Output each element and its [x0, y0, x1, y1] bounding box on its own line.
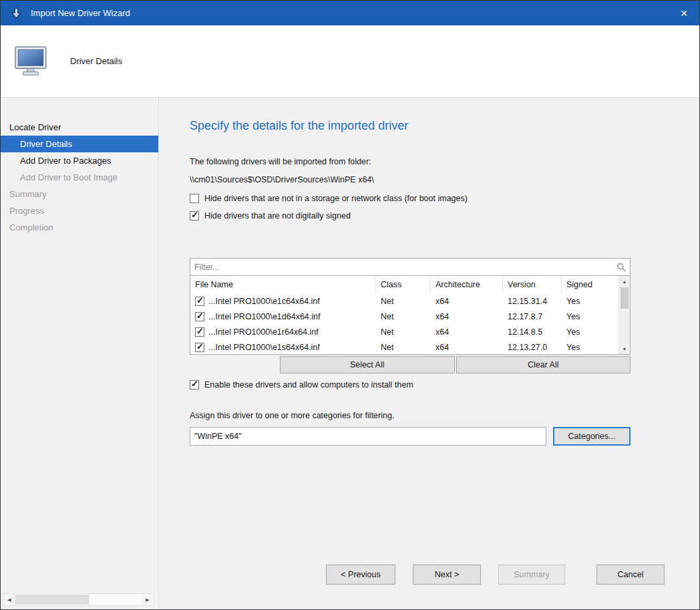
driver-file-name: ...Intel PRO1000\e1r64x64.inf	[208, 327, 319, 337]
wizard-arrow-icon	[9, 6, 23, 21]
filter-box	[190, 258, 631, 276]
close-icon[interactable]: ×	[669, 1, 699, 25]
wizard-steps-sidebar: Locate DriverDriver DetailsAdd Driver to…	[1, 98, 159, 609]
cell-file: ...Intel PRO1000\e1c64x64.inf	[190, 297, 376, 306]
checkbox-label: Hide drivers that are not digitally sign…	[204, 211, 351, 220]
hide-storage-network-checkbox[interactable]	[190, 194, 199, 203]
cell-arch: x64	[431, 343, 503, 352]
table-body: ...Intel PRO1000\e1c64x64.infNetx6412.15…	[190, 293, 619, 355]
wizard-content: Specify the details for the imported dri…	[159, 98, 699, 609]
cell-arch: x64	[431, 327, 503, 337]
page-heading: Specify the details for the imported dri…	[190, 119, 631, 133]
computer-monitor-icon	[14, 43, 50, 80]
sidebar-item-driver-details[interactable]: Driver Details	[1, 136, 158, 152]
wizard-header: Driver Details	[1, 25, 699, 98]
next-button[interactable]: Next >	[413, 565, 481, 585]
scrollbar-track[interactable]	[619, 287, 630, 343]
sidebar-item-summary[interactable]: Summary	[1, 186, 158, 202]
search-icon	[612, 263, 630, 272]
scroll-left-icon[interactable]: ◀	[3, 594, 15, 605]
select-clear-row: Select All Clear All	[190, 356, 631, 373]
column-header-class[interactable]: Class	[376, 276, 431, 293]
driver-checkbox[interactable]	[195, 312, 204, 321]
driver-checkbox[interactable]	[195, 327, 204, 337]
checkbox-label: Enable these drivers and allow computers…	[204, 380, 413, 390]
sidebar-horizontal-scrollbar[interactable]: ◀ ▶	[3, 593, 154, 606]
checkbox-label: Hide drivers that are not in a storage o…	[204, 194, 468, 203]
cell-class: Net	[376, 327, 431, 337]
page-title: Driver Details	[70, 56, 122, 66]
table-header-row: File NameClassArchitectureVersionSigned	[190, 276, 619, 293]
wizard-footer: < Previous Next > Summary Cancel	[326, 565, 665, 585]
cell-sig: Yes	[562, 327, 619, 337]
scrollbar-track[interactable]	[15, 594, 142, 605]
cell-arch: x64	[431, 297, 503, 306]
hide-storage-network-checkbox-row[interactable]: Hide drivers that are not in a storage o…	[190, 194, 631, 203]
table-vertical-scrollbar[interactable]: ▲ ▼	[619, 276, 630, 354]
source-folder-path: \\cm01\Sources$\OSD\DriverSources\WinPE …	[190, 175, 631, 184]
sidebar-item-completion[interactable]: Completion	[1, 219, 158, 236]
cell-sig: Yes	[562, 343, 619, 352]
assign-categories-label: Assign this driver to one or more catego…	[190, 411, 631, 420]
driver-checkbox[interactable]	[195, 297, 204, 306]
cancel-button[interactable]: Cancel	[596, 565, 665, 585]
drivers-table: File NameClassArchitectureVersionSigned …	[190, 276, 631, 355]
select-all-button[interactable]: Select All	[280, 356, 455, 373]
scroll-down-icon[interactable]: ▼	[619, 343, 630, 354]
cell-ver: 12.14.8.5	[503, 327, 562, 337]
driver-row[interactable]: ...Intel PRO1000\e1c64x64.infNetx6412.15…	[190, 293, 619, 309]
column-header-sig[interactable]: Signed	[562, 276, 619, 293]
previous-button[interactable]: < Previous	[326, 565, 395, 585]
filter-input[interactable]	[190, 263, 612, 272]
driver-row[interactable]: ...Intel PRO1000\e1r64x64.infNetx6412.14…	[190, 324, 619, 339]
enable-drivers-checkbox-row[interactable]: Enable these drivers and allow computers…	[190, 380, 631, 390]
column-header-ver[interactable]: Version	[503, 276, 562, 293]
cell-class: Net	[376, 297, 431, 306]
cell-class: Net	[376, 312, 431, 321]
sidebar-item-progress[interactable]: Progress	[1, 202, 158, 219]
scrollbar-thumb[interactable]	[15, 595, 89, 605]
cell-file: ...Intel PRO1000\e1d64x64.inf	[190, 312, 376, 321]
cell-sig: Yes	[562, 297, 619, 306]
column-header-file[interactable]: File Name	[190, 276, 376, 293]
intro-text: The following drivers will be imported f…	[190, 157, 631, 166]
cell-arch: x64	[431, 312, 503, 321]
cell-class: Net	[376, 343, 431, 352]
cell-file: ...Intel PRO1000\e1r64x64.inf	[190, 327, 376, 337]
hide-unsigned-checkbox[interactable]	[190, 211, 199, 220]
categories-row: Categories...	[190, 427, 631, 446]
categories-button[interactable]: Categories...	[553, 427, 631, 446]
sidebar-item-add-driver-to-packages[interactable]: Add Driver to Packages	[1, 152, 158, 169]
cell-ver: 12.17.8.7	[503, 312, 562, 321]
sidebar-item-locate-driver[interactable]: Locate Driver	[1, 119, 158, 136]
cell-ver: 12.13.27.0	[503, 343, 562, 352]
driver-file-name: ...Intel PRO1000\e1s64x64.inf	[208, 343, 320, 352]
driver-row[interactable]: ...Intel PRO1000\e1d64x64.infNetx6412.17…	[190, 309, 619, 324]
window-title: Import New Driver Wizard	[31, 8, 669, 18]
driver-row[interactable]: ...Intel PRO1000\e1s64x64.infNetx6412.13…	[190, 339, 619, 355]
scrollbar-thumb[interactable]	[621, 287, 629, 309]
categories-field[interactable]	[190, 427, 546, 446]
scroll-up-icon[interactable]: ▲	[619, 276, 630, 287]
clear-all-button[interactable]: Clear All	[456, 356, 631, 373]
scroll-right-icon[interactable]: ▶	[142, 594, 154, 605]
sidebar-item-add-driver-to-boot-image[interactable]: Add Driver to Boot Image	[1, 169, 158, 186]
driver-checkbox[interactable]	[195, 343, 204, 352]
driver-file-name: ...Intel PRO1000\e1d64x64.inf	[208, 312, 320, 321]
import-new-driver-wizard-window: Import New Driver Wizard × Driver Detail…	[0, 0, 700, 610]
cell-file: ...Intel PRO1000\e1s64x64.inf	[190, 343, 376, 352]
titlebar: Import New Driver Wizard ×	[1, 1, 699, 25]
hide-unsigned-checkbox-row[interactable]: Hide drivers that are not digitally sign…	[190, 211, 631, 220]
wizard-body: Locate DriverDriver DetailsAdd Driver to…	[1, 98, 699, 609]
summary-button: Summary	[498, 565, 565, 585]
cell-ver: 12.15.31.4	[503, 297, 562, 306]
column-header-arch[interactable]: Architecture	[431, 276, 503, 293]
enable-drivers-checkbox[interactable]	[190, 380, 199, 390]
driver-file-name: ...Intel PRO1000\e1c64x64.inf	[208, 297, 320, 306]
cell-sig: Yes	[562, 312, 619, 321]
